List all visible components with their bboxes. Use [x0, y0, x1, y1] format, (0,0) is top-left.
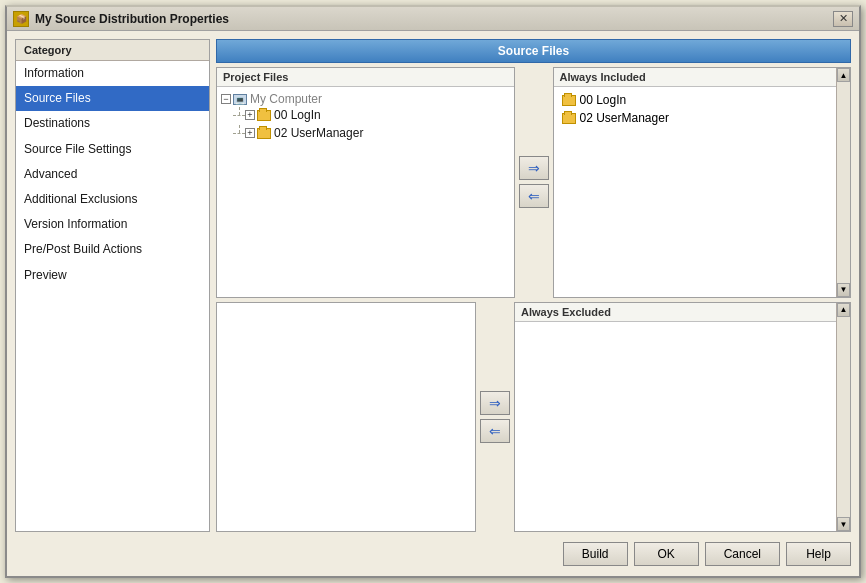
project-files-panel: Project Files − 💻 My Computer [216, 67, 515, 298]
close-button[interactable]: ✕ [833, 11, 853, 27]
tree-toggle-login[interactable]: + [245, 110, 255, 120]
window-body: Category Information Source Files Destin… [7, 31, 859, 576]
main-area: Category Information Source Files Destin… [15, 39, 851, 532]
tree-toggle-root[interactable]: − [221, 94, 231, 104]
scroll-up-btn-included[interactable]: ▲ [837, 68, 850, 82]
transfer-buttons-bottom: ⇒ ⇐ [476, 302, 514, 533]
folder-icon-included-usermanager [562, 113, 576, 124]
sidebar-item-version-information[interactable]: Version Information [16, 212, 209, 237]
sidebar-item-source-file-settings[interactable]: Source File Settings [16, 137, 209, 162]
sidebar-item-source-files[interactable]: Source Files [16, 86, 209, 111]
always-excluded-panel: Always Excluded ▲ ▼ [514, 302, 851, 533]
sidebar-header: Category [16, 40, 209, 61]
folder-icon-usermanager [257, 128, 271, 139]
sidebar: Category Information Source Files Destin… [15, 39, 210, 532]
tree-toggle-usermanager[interactable]: + [245, 128, 255, 138]
tree-label-usermanager: 02 UserManager [274, 126, 363, 140]
sidebar-item-preview[interactable]: Preview [16, 263, 209, 288]
always-included-scrollbar[interactable]: ▲ ▼ [836, 68, 850, 297]
scroll-down-btn-included[interactable]: ▼ [837, 283, 850, 297]
tree-root-label: My Computer [250, 92, 322, 106]
always-included-content: 00 LogIn 02 UserManager [554, 87, 851, 297]
arrow-right-button-bottom[interactable]: ⇒ [480, 391, 510, 415]
ok-button[interactable]: OK [634, 542, 699, 566]
bottom-left-panel [216, 302, 476, 533]
window-title: My Source Distribution Properties [35, 12, 833, 26]
computer-icon: 💻 [233, 94, 247, 105]
scroll-up-btn-excluded[interactable]: ▲ [837, 303, 850, 317]
scroll-track-excluded [837, 317, 850, 518]
main-window: 📦 My Source Distribution Properties ✕ Ca… [5, 5, 861, 578]
arrow-right-button-top[interactable]: ⇒ [519, 156, 549, 180]
tree-item-usermanager[interactable]: + 02 UserManager [245, 125, 510, 141]
folder-icon-login [257, 110, 271, 121]
footer-buttons: Build OK Cancel Help [15, 538, 851, 568]
sidebar-item-pre-post-build-actions[interactable]: Pre/Post Build Actions [16, 237, 209, 262]
sidebar-item-information[interactable]: Information [16, 61, 209, 86]
always-excluded-content [515, 322, 850, 532]
always-included-login-label: 00 LogIn [580, 93, 627, 107]
sidebar-item-destinations[interactable]: Destinations [16, 111, 209, 136]
always-included-login[interactable]: 00 LogIn [558, 91, 833, 109]
project-files-tree: − 💻 My Computer [217, 87, 514, 297]
tree-label-login: 00 LogIn [274, 108, 321, 122]
sidebar-item-additional-exclusions[interactable]: Additional Exclusions [16, 187, 209, 212]
title-bar: 📦 My Source Distribution Properties ✕ [7, 7, 859, 31]
build-button[interactable]: Build [563, 542, 628, 566]
arrow-left-button-top[interactable]: ⇐ [519, 184, 549, 208]
help-button[interactable]: Help [786, 542, 851, 566]
cancel-button[interactable]: Cancel [705, 542, 780, 566]
transfer-buttons-top: ⇒ ⇐ [515, 67, 553, 298]
always-included-usermanager-label: 02 UserManager [580, 111, 669, 125]
tree-root: − 💻 My Computer [221, 91, 510, 107]
scroll-track-included [837, 82, 850, 283]
project-files-label: Project Files [217, 68, 514, 87]
tree-item-login[interactable]: + 00 LogIn [245, 107, 510, 123]
tree-children: + 00 LogIn [233, 107, 510, 141]
folder-icon-included-login [562, 95, 576, 106]
always-excluded-label: Always Excluded [515, 303, 850, 322]
arrow-left-button-bottom[interactable]: ⇐ [480, 419, 510, 443]
always-excluded-scrollbar[interactable]: ▲ ▼ [836, 303, 850, 532]
sidebar-item-advanced[interactable]: Advanced [16, 162, 209, 187]
always-included-label: Always Included [554, 68, 851, 87]
always-included-panel: Always Included 00 LogIn 02 UserManager [553, 67, 852, 298]
window-icon: 📦 [13, 11, 29, 27]
always-included-usermanager[interactable]: 02 UserManager [558, 109, 833, 127]
content-area: Source Files Project Files − 💻 [216, 39, 851, 532]
scroll-down-btn-excluded[interactable]: ▼ [837, 517, 850, 531]
content-header: Source Files [216, 39, 851, 63]
